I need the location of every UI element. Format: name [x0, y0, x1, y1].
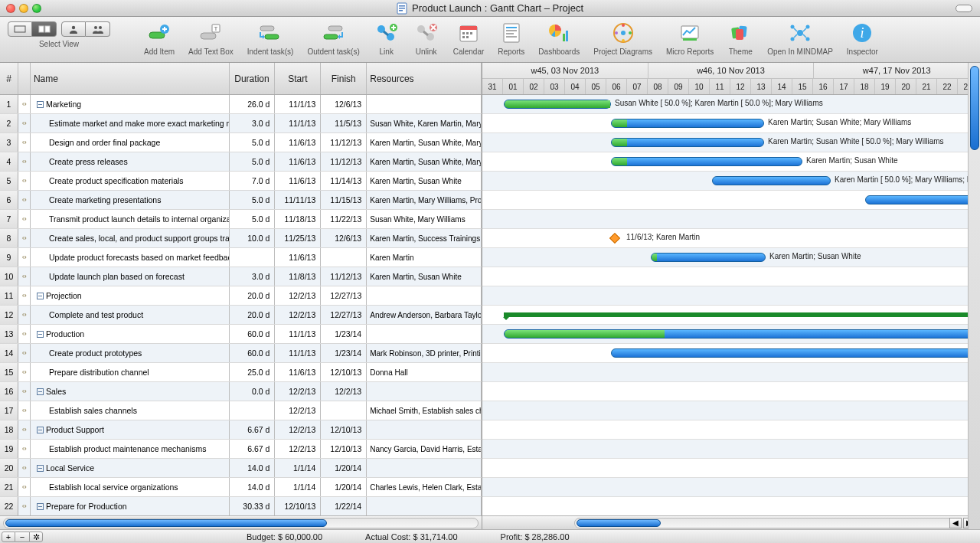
view-single-person-button[interactable] [61, 21, 86, 37]
inspector-button[interactable]: i Inspector [844, 21, 881, 56]
minimize-window-button[interactable] [19, 4, 28, 13]
task-bar[interactable] [611, 348, 980, 358]
table-row[interactable]: 22 Prepare for Production30.33 d12/10/13… [0, 497, 482, 515]
table-row[interactable]: 20 Local Service14.0 d1/1/141/20/14 [0, 459, 482, 478]
gantt-row[interactable] [482, 306, 980, 325]
gantt-row[interactable]: Karen Martin; Susan White [ 50.0 %]; Mar… [482, 133, 980, 152]
table-row[interactable]: 3Design and order final package5.0 d11/6… [0, 133, 482, 152]
gantt-row[interactable] [482, 344, 980, 363]
gantt-row[interactable] [482, 401, 980, 420]
dashboards-button[interactable]: Dashboards [535, 21, 583, 56]
settings-gear-button[interactable]: ✲ [29, 532, 43, 542]
layout-single-button[interactable] [8, 21, 32, 37]
table-row[interactable]: 10Update launch plan based on forecast3.… [0, 267, 482, 286]
view-multi-person-button[interactable] [86, 21, 110, 37]
gantt-row[interactable] [482, 363, 980, 382]
scroll-left-button[interactable]: ◀ [949, 518, 962, 528]
task-bar[interactable]: Susan White [ 50.0 %]; Karen Martin [ 50… [504, 100, 611, 109]
task-bar[interactable]: Karen Martin; Susan White [ 50.0 %]; Mar… [611, 138, 764, 147]
table-row[interactable]: 11 Projection20.0 d12/2/1312/27/13 [0, 286, 482, 306]
outdent-tasks-button[interactable]: Outdent task(s) [304, 21, 362, 56]
table-row[interactable]: 5Create product specification materials7… [0, 172, 482, 191]
milestone[interactable] [609, 233, 620, 244]
collapse-icon[interactable] [37, 331, 44, 338]
add-row-button[interactable]: + [2, 532, 15, 542]
left-horizontal-scrollbar[interactable] [3, 518, 479, 528]
task-bar[interactable]: Karen Martin; Susan White; Mary Williams [611, 119, 764, 128]
table-row[interactable]: 7Transmit product launch details to inte… [0, 210, 482, 229]
table-row[interactable]: 4Create press releases5.0 d11/6/1311/12/… [0, 152, 482, 172]
theme-button[interactable]: Theme [724, 21, 756, 56]
column-finish-header[interactable]: Finish [321, 63, 367, 94]
micro-reports-button[interactable]: Micro Reports [663, 21, 717, 56]
table-row[interactable]: 8Create sales, local, and product suppor… [0, 229, 482, 248]
gantt-row[interactable] [482, 286, 980, 306]
gantt-row[interactable] [482, 440, 980, 459]
reports-button[interactable]: Reports [495, 21, 528, 56]
gantt-row[interactable]: Karen Martin; Susan White; Mary Williams [482, 114, 980, 133]
summary-bar[interactable] [504, 312, 980, 317]
window-pill-button[interactable] [956, 5, 972, 12]
table-row[interactable]: 2Estimate market and make more exact mar… [0, 114, 482, 133]
column-duration-header[interactable]: Duration [230, 63, 276, 94]
view-people-segment[interactable] [61, 21, 110, 37]
gantt-row[interactable] [482, 267, 980, 286]
close-window-button[interactable] [6, 4, 15, 13]
gantt-row[interactable] [482, 420, 980, 440]
column-resources-header[interactable]: Resources [367, 63, 482, 94]
project-diagrams-button[interactable]: Project Diagrams [590, 21, 655, 56]
table-row[interactable]: 9Update product forecasts based on marke… [0, 248, 482, 267]
column-indicator-header[interactable] [18, 63, 31, 94]
table-row[interactable]: 19Establish product maintenance mechanis… [0, 440, 482, 459]
zoom-window-button[interactable] [32, 4, 41, 13]
table-row[interactable]: 13 Production60.0 d11/1/131/23/14 [0, 325, 482, 344]
add-text-box-button[interactable]: T Add Text Box [185, 21, 237, 56]
table-row[interactable]: 1 Marketing26.0 d11/1/1312/6/13 [0, 95, 482, 114]
task-bar[interactable]: Karen Martin; Susan White [651, 253, 766, 262]
column-name-header[interactable]: Name [31, 63, 230, 94]
table-row[interactable]: 21Establish local service organizations1… [0, 478, 482, 497]
gantt-row[interactable] [482, 478, 980, 497]
table-row[interactable]: 18 Product Support6.67 d12/2/1312/10/13 [0, 420, 482, 440]
column-start-header[interactable]: Start [275, 63, 321, 94]
collapse-icon[interactable] [37, 503, 44, 510]
gantt-row[interactable] [482, 325, 980, 344]
task-bar[interactable] [504, 329, 980, 339]
collapse-icon[interactable] [37, 293, 44, 299]
table-row[interactable]: 12Complete and test product20.0 d12/2/13… [0, 306, 482, 325]
gantt-row[interactable]: Karen Martin [ 50.0 %]; Mary Williams; P… [482, 172, 980, 191]
calendar-button[interactable]: Calendar [450, 21, 488, 56]
task-bar[interactable]: Karen Martin; Susan White [611, 157, 802, 166]
gantt-row[interactable] [482, 210, 980, 229]
remove-row-button[interactable]: − [15, 532, 29, 542]
gantt-row[interactable] [482, 459, 980, 478]
indent-tasks-button[interactable]: Indent task(s) [244, 21, 297, 56]
table-row[interactable]: 17Establish sales channels12/2/13Michael… [0, 401, 482, 420]
task-bar[interactable]: Karen Martin [ 50.0 %]; Mary Williams; P… [712, 176, 831, 185]
layout-split-button[interactable] [32, 21, 57, 37]
gantt-row[interactable]: 11/6/13; Karen Martin [482, 229, 980, 248]
table-row[interactable]: 6Create marketing presentations5.0 d11/1… [0, 191, 482, 210]
column-number-header[interactable]: # [0, 63, 18, 94]
unlink-button[interactable]: Unlink [410, 21, 443, 56]
view-layout-segment[interactable] [8, 21, 57, 37]
gantt-row[interactable] [482, 191, 980, 210]
gantt-row[interactable] [482, 497, 980, 515]
right-horizontal-scrollbar[interactable] [574, 518, 957, 528]
open-mindmap-button[interactable]: Open In MINDMAP [764, 21, 836, 56]
collapse-icon[interactable] [37, 465, 44, 472]
gantt-row[interactable] [482, 382, 980, 401]
add-item-button[interactable]: Add Item [141, 21, 178, 56]
gantt-row[interactable]: Karen Martin; Susan White [482, 152, 980, 172]
collapse-icon[interactable] [37, 388, 44, 395]
task-bar[interactable] [865, 195, 980, 204]
table-row[interactable]: 16 Sales0.0 d12/2/1312/2/13 [0, 382, 482, 401]
link-button[interactable]: Link [371, 21, 403, 56]
table-row[interactable]: 15Prepare distribution channel25.0 d11/6… [0, 363, 482, 382]
gantt-row[interactable]: Susan White [ 50.0 %]; Karen Martin [ 50… [482, 95, 980, 114]
gantt-row[interactable]: Karen Martin; Susan White [482, 248, 980, 267]
vertical-scrollbar[interactable] [968, 63, 980, 529]
table-row[interactable]: 14Create product prototypes60.0 d11/1/13… [0, 344, 482, 363]
collapse-icon[interactable] [37, 427, 44, 433]
collapse-icon[interactable] [37, 101, 44, 108]
